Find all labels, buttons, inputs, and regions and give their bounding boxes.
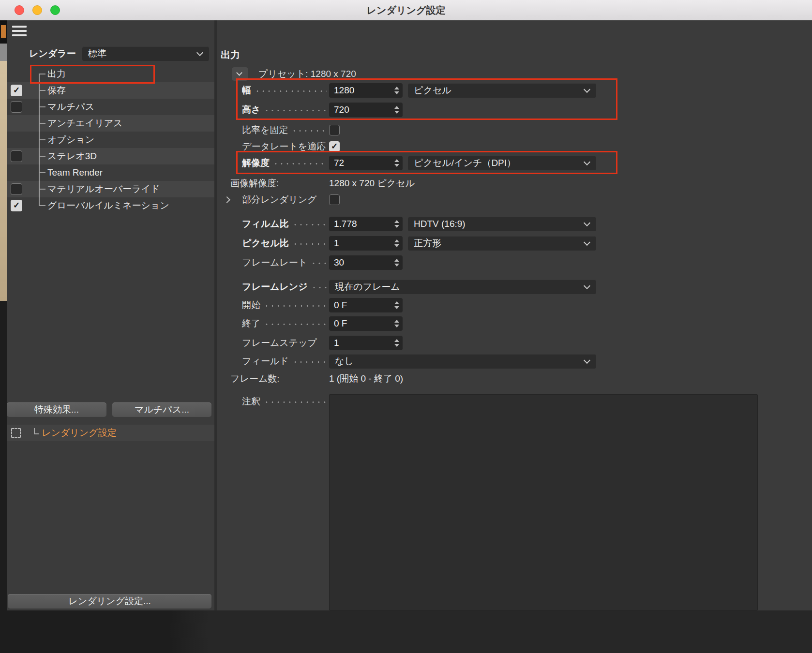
disclosure-right-icon[interactable]	[224, 196, 230, 203]
preset-row: プリセット: 1280 x 720	[217, 67, 812, 81]
end-stepper[interactable]	[393, 316, 400, 331]
frame-step-label-row: フレームステップ	[242, 336, 328, 350]
image-resolution-label: 画像解像度:	[230, 176, 279, 191]
screen: レンダリング設定 レンダラー 標準 出力	[0, 0, 812, 653]
material-override-checkbox[interactable]	[11, 183, 22, 195]
frame-rate-stepper[interactable]	[393, 255, 400, 270]
pixel-aspect-label-row: ピクセル比	[242, 236, 328, 251]
image-resolution-value: 1280 x 720 ピクセル	[329, 176, 415, 191]
height-field[interactable]: 720	[329, 103, 403, 117]
field-label-row: フィールド	[242, 354, 328, 369]
chevron-down-icon	[584, 159, 590, 165]
resolution-label-row: 解像度	[242, 156, 328, 170]
start-label-row: 開始	[242, 298, 328, 312]
window-titlebar: レンダリング設定	[0, 0, 812, 20]
tree-item-stereo3d[interactable]: ステレオ3D	[7, 148, 214, 164]
save-checkbox[interactable]	[11, 85, 22, 96]
end-label-row: 終了	[242, 316, 328, 331]
tree-item-save[interactable]: 保存	[7, 82, 214, 99]
chevron-down-icon	[196, 49, 203, 56]
expand-icon	[11, 428, 21, 438]
frame-range-dropdown[interactable]: 現在のフレーム	[329, 280, 596, 294]
render-settings-button[interactable]: レンダリング設定...	[8, 594, 211, 608]
field-dropdown[interactable]: なし	[329, 354, 596, 369]
multipass-button[interactable]: マルチパス...	[112, 402, 211, 417]
render-settings-item[interactable]: レンダリング設定	[7, 425, 214, 441]
film-aspect-label-row: フィルム比	[242, 217, 328, 231]
chevron-down-icon	[584, 239, 590, 246]
render-settings-window: レンダラー 標準 出力 保存 マルチパス	[7, 20, 812, 610]
height-stepper[interactable]	[393, 103, 400, 117]
chevron-down-icon	[584, 282, 590, 289]
partial-render-checkbox[interactable]	[329, 194, 340, 205]
width-label-row: 幅	[242, 83, 328, 98]
frame-step-field[interactable]: 1	[329, 336, 403, 350]
pixel-aspect-stepper[interactable]	[393, 236, 400, 251]
background-bottom-strip	[0, 610, 812, 653]
tree-item-antialias[interactable]: アンチエイリアス	[7, 115, 214, 132]
preset-disclosure-button[interactable]	[232, 67, 248, 81]
renderer-row: レンダラー 標準	[7, 45, 214, 62]
pixel-aspect-preset-dropdown[interactable]: 正方形	[408, 236, 596, 251]
tree-item-team-render[interactable]: Team Render	[7, 164, 214, 181]
output-settings-panel: 出力 プリセット: 1280 x 720 幅 1280 ピクセル	[217, 20, 812, 610]
resolution-field[interactable]: 72	[329, 156, 403, 170]
width-field[interactable]: 1280	[329, 83, 403, 98]
tree-item-material-override[interactable]: マテリアルオーバーライド	[7, 181, 214, 197]
height-label-row: 高さ	[242, 103, 328, 117]
frame-count-label: フレーム数:	[230, 371, 280, 386]
global-illumination-checkbox[interactable]	[11, 200, 22, 211]
resolution-stepper[interactable]	[393, 156, 400, 170]
film-aspect-stepper[interactable]	[393, 217, 400, 231]
width-unit-dropdown[interactable]: ピクセル	[408, 83, 596, 98]
lock-ratio-checkbox[interactable]	[329, 125, 340, 135]
tree-corner-line	[34, 428, 39, 434]
chevron-down-icon	[236, 70, 242, 76]
film-aspect-field[interactable]: 1.778	[329, 217, 403, 231]
special-effects-button[interactable]: 特殊効果...	[7, 402, 106, 417]
frame-step-stepper[interactable]	[393, 336, 400, 350]
lock-ratio-label-row: 比率を固定	[242, 123, 328, 137]
pixel-aspect-field[interactable]: 1	[329, 236, 403, 251]
multipass-checkbox[interactable]	[11, 101, 22, 113]
tree-item-options[interactable]: オプション	[7, 132, 214, 148]
background-app-sliver	[0, 20, 7, 610]
renderer-dropdown[interactable]: 標準	[82, 46, 209, 61]
chevron-down-icon	[584, 357, 590, 364]
preset-label: プリセット: 1280 x 720	[258, 67, 356, 81]
frame-rate-label-row: フレームレート	[242, 255, 328, 270]
partial-render-label-row: 部分レンダリング	[242, 193, 328, 207]
renderer-label: レンダラー	[29, 45, 76, 62]
tree-item-multipass[interactable]: マルチパス	[7, 99, 214, 115]
adapt-data-rate-label-row: データレートを適応	[242, 139, 328, 154]
settings-tree: 出力 保存 マルチパス アンチエイリアス オプション	[7, 66, 214, 214]
film-aspect-preset-dropdown[interactable]: HDTV (16:9)	[408, 217, 596, 231]
resolution-unit-dropdown[interactable]: ピクセル/インチ（DPI）	[408, 156, 596, 170]
end-field[interactable]: 0 F	[329, 316, 403, 331]
window-title: レンダリング設定	[0, 0, 812, 20]
annotation-textarea[interactable]	[329, 394, 758, 610]
stereo3d-checkbox[interactable]	[11, 150, 22, 162]
frame-count-value: 1 (開始 0 - 終了 0)	[329, 371, 403, 386]
frame-rate-field[interactable]: 30	[329, 255, 403, 270]
width-stepper[interactable]	[393, 83, 400, 98]
section-title: 出力	[221, 48, 240, 61]
adapt-data-rate-checkbox[interactable]	[329, 141, 340, 152]
frame-range-label-row: フレームレンジ	[242, 280, 328, 294]
chevron-down-icon	[584, 220, 590, 226]
tree-item-global-illumination[interactable]: グローバルイルミネーション	[7, 197, 214, 214]
start-field[interactable]: 0 F	[329, 298, 403, 312]
annotation-label-row: 注釈	[242, 394, 328, 409]
tree-item-output[interactable]: 出力	[7, 66, 214, 82]
start-stepper[interactable]	[393, 298, 400, 312]
settings-nav-panel: レンダラー 標準 出力 保存 マルチパス	[7, 20, 214, 610]
chevron-down-icon	[584, 86, 590, 93]
